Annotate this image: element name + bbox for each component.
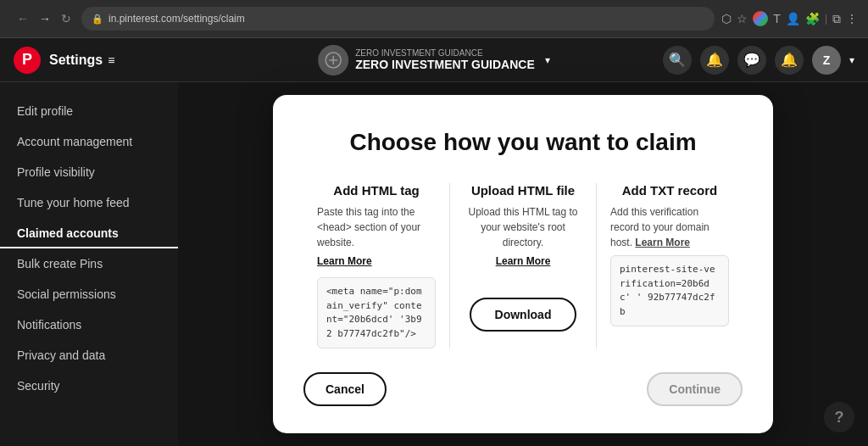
avatar[interactable]: Z [812,46,841,75]
extensions-icon[interactable]: ⬡ [721,12,732,25]
option-txt-record: Add TXT record Add this verification rec… [597,183,743,348]
channel-sub-label: Zero Investment Guidance [355,48,535,58]
sidebar-item-security[interactable]: Security [0,371,178,401]
more-menu-icon[interactable]: ⋮ [846,12,858,25]
notifications-icon[interactable]: 🔔 [700,46,729,75]
address-bar[interactable]: 🔒 in.pinterest.com/settings/claim [81,7,715,31]
option1-desc: Paste this tag into the <head> section o… [317,204,436,250]
channel-info: Zero Investment Guidance Zero Investment… [355,48,535,71]
back-arrow[interactable]: ← [14,10,32,27]
option3-code-box[interactable]: pinterest-site-verification=20b6dc' ' 92… [610,255,729,326]
messages-icon[interactable]: 💬 [737,46,766,75]
sidebar-item-notifications[interactable]: Notifications [0,309,178,340]
hamburger-menu[interactable]: ≡ [108,53,114,67]
chrome-icon [753,11,768,26]
browser-toolbar: ⬡ ☆ T 👤 🧩 | ⧉ ⋮ [721,11,858,26]
claim-modal: Choose how you want to claim Add HTML ta… [273,95,773,433]
option2-title: Upload HTML file [471,183,575,198]
nav-arrows: ← → ↻ [14,10,75,27]
option1-learn-more[interactable]: Learn More [317,255,436,267]
option3-title: Add TXT record [610,183,729,198]
sidebar-item-privacy-and-data[interactable]: Privacy and data [0,340,178,371]
sidebar-item-social-permissions[interactable]: Social permissions [0,279,178,309]
option1-title: Add HTML tag [317,183,436,198]
pinterest-logo[interactable]: P [14,47,41,74]
options-row: Add HTML tag Paste this tag into the <he… [303,183,743,348]
channel-selector[interactable]: Zero Investment Guidance Zero Investment… [318,45,550,75]
sidebar-item-edit-profile[interactable]: Edit profile [0,96,178,126]
profile-icon[interactable]: 👤 [786,12,800,25]
channel-name-label: Zero Investment Guidance [355,58,535,71]
modal-title: Choose how you want to claim [303,129,743,156]
modal-footer: Cancel Continue [303,372,743,406]
sidebar-item-tune-home-feed[interactable]: Tune your home feed [0,187,178,218]
option-html-tag: Add HTML tag Paste this tag into the <he… [303,183,450,348]
sidebar-item-profile-visibility[interactable]: Profile visibility [0,157,178,187]
forward-arrow[interactable]: → [36,10,54,27]
pinterest-header: P Settings ≡ Zero Investment Guidance Ze… [0,38,868,82]
reload-button[interactable]: ↻ [58,10,75,27]
url-text: in.pinterest.com/settings/claim [108,13,245,25]
search-icon[interactable]: 🔍 [663,46,692,75]
chevron-down-icon[interactable]: ▾ [545,54,550,66]
translate-icon[interactable]: T [773,12,781,25]
option1-code-box[interactable]: <meta name="p:domain_verify" content="20… [317,277,436,348]
download-button[interactable]: Download [470,298,577,332]
main-layout: Edit profile Account management Profile … [0,82,868,446]
browser-chrome: ← → ↻ 🔒 in.pinterest.com/settings/claim … [0,0,868,38]
sidebar: Edit profile Account management Profile … [0,82,178,446]
sidebar-item-bulk-create-pins[interactable]: Bulk create Pins [0,248,178,279]
modal-backdrop: Choose how you want to claim Add HTML ta… [178,82,868,446]
account-chevron-icon[interactable]: ▾ [849,54,854,66]
lock-icon: 🔒 [92,14,103,25]
channel-icon [318,45,348,75]
settings-label: Settings [49,53,103,68]
alerts-icon[interactable]: 🔔 [775,46,804,75]
option3-desc: Add this verification record to your dom… [610,204,729,250]
content-area: Choose how you want to claim Add HTML ta… [178,82,868,446]
continue-button[interactable]: Continue [647,372,743,406]
cancel-button[interactable]: Cancel [303,372,387,406]
sidebar-item-account-management[interactable]: Account management [0,126,178,157]
sidebar-item-claimed-accounts[interactable]: Claimed accounts [0,218,178,248]
header-right-icons: 🔍 🔔 💬 🔔 Z ▾ [663,46,854,75]
split-view-icon[interactable]: ⧉ [832,12,841,26]
option-html-file: Upload HTML file Upload this HTML tag to… [450,183,597,348]
option2-desc: Upload this HTML tag to your website's r… [464,204,582,250]
bookmark-icon[interactable]: ☆ [737,12,748,25]
option3-learn-more-inline[interactable]: Learn More [635,237,690,248]
option2-learn-more[interactable]: Learn More [496,255,551,267]
extension-puzzle-icon[interactable]: 🧩 [805,12,820,25]
